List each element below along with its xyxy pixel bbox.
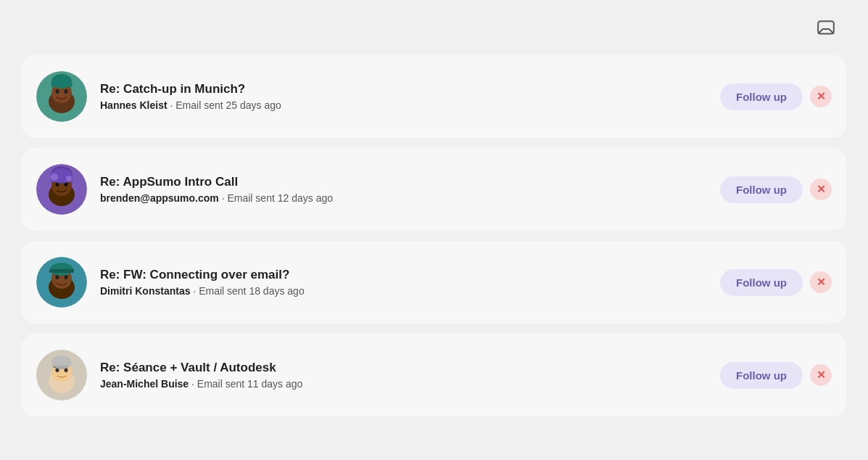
card-actions-4: Follow up ✕	[720, 362, 832, 389]
card-actions-2: Follow up ✕	[720, 176, 832, 203]
svg-point-6	[65, 89, 68, 94]
avatar-2	[36, 164, 87, 215]
email-card-4: Re: Séance + Vault / Autodesk Jean-Miche…	[22, 334, 846, 416]
svg-rect-22	[49, 269, 74, 273]
messages-icon-button[interactable]	[813, 16, 839, 42]
dismiss-button-1[interactable]: ✕	[810, 86, 832, 107]
card-actions-1: Follow up ✕	[720, 83, 832, 110]
chat-icon	[817, 20, 835, 38]
card-sender-2: brenden@appsumo.com	[100, 192, 219, 204]
card-sender-1: Hannes Kleist	[100, 99, 168, 111]
card-title-3: Re: FW: Connecting over email?	[100, 268, 707, 282]
email-list: Re: Catch-up in Munich? Hannes Kleist · …	[22, 55, 846, 416]
avatar-4	[36, 350, 87, 401]
dismiss-button-3[interactable]: ✕	[810, 271, 832, 293]
email-card-2: Re: AppSumo Intro Call brenden@appsumo.c…	[22, 148, 846, 231]
card-content-3: Re: FW: Connecting over email? Dimitri K…	[100, 268, 707, 297]
card-meta-3: Dimitri Konstantas · Email sent 18 days …	[100, 285, 707, 297]
svg-point-20	[65, 275, 68, 279]
email-card-3: Re: FW: Connecting over email? Dimitri K…	[22, 241, 846, 324]
dismiss-button-2[interactable]: ✕	[810, 178, 832, 200]
card-actions-3: Follow up ✕	[720, 269, 832, 296]
email-card-1: Re: Catch-up in Munich? Hannes Kleist · …	[22, 55, 846, 138]
card-title-4: Re: Séance + Vault / Autodesk	[100, 361, 707, 375]
follow-up-button-3[interactable]: Follow up	[720, 269, 803, 296]
svg-point-14	[51, 173, 58, 181]
card-content-2: Re: AppSumo Intro Call brenden@appsumo.c…	[100, 175, 707, 204]
card-meta-4: Jean-Michel Buise · Email sent 11 days a…	[100, 378, 707, 390]
avatar-1	[36, 71, 87, 122]
svg-point-19	[56, 275, 59, 279]
avatar-3	[36, 257, 87, 308]
card-content-1: Re: Catch-up in Munich? Hannes Kleist · …	[100, 82, 707, 111]
card-title-2: Re: AppSumo Intro Call	[100, 175, 707, 189]
follow-up-button-2[interactable]: Follow up	[720, 176, 803, 203]
card-title-1: Re: Catch-up in Munich?	[100, 82, 707, 96]
card-sender-3: Dimitri Konstantas	[100, 285, 190, 297]
card-meta-2: brenden@appsumo.com · Email sent 12 days…	[100, 192, 707, 204]
follow-up-button-4[interactable]: Follow up	[720, 362, 803, 389]
card-content-4: Re: Séance + Vault / Autodesk Jean-Miche…	[100, 361, 707, 390]
svg-point-15	[66, 176, 72, 181]
card-sender-4: Jean-Michel Buise	[100, 378, 189, 390]
dismiss-button-4[interactable]: ✕	[810, 364, 832, 386]
follow-up-button-1[interactable]: Follow up	[720, 83, 803, 110]
card-meta-1: Hannes Kleist · Email sent 25 days ago	[100, 99, 707, 111]
svg-point-5	[56, 89, 59, 94]
